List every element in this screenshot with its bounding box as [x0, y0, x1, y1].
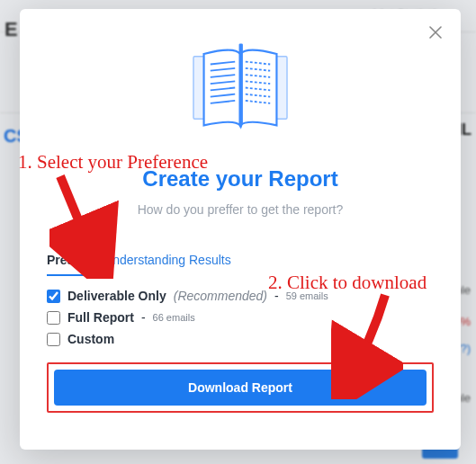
option-custom[interactable]: Custom: [47, 332, 434, 346]
svg-rect-16: [239, 43, 243, 124]
option-reco: (Recommended): [174, 289, 267, 303]
preset-options: Deliverable Only (Recommended) - 59 emai…: [47, 289, 434, 346]
download-report-button[interactable]: Download Report: [54, 370, 427, 406]
create-report-modal: Create your Report How do you preffer to…: [20, 9, 461, 450]
option-count: 66 emails: [153, 312, 195, 323]
presets-header: Presets - Understanding Results: [47, 253, 434, 272]
download-highlight-box: Download Report: [47, 362, 434, 413]
modal-title: Create your Report: [47, 166, 434, 192]
option-name: Deliverable Only: [67, 289, 166, 303]
presets-dash: -: [93, 253, 103, 267]
checkbox-deliverable-only[interactable]: [47, 290, 60, 303]
close-icon[interactable]: [427, 23, 445, 41]
option-full-report[interactable]: Full Report - 66 emails: [47, 310, 434, 325]
option-deliverable-only[interactable]: Deliverable Only (Recommended) - 59 emai…: [47, 289, 434, 303]
option-name: Custom: [67, 332, 114, 346]
option-name: Full Report: [67, 310, 134, 325]
presets-underline: [47, 274, 103, 276]
understanding-results-link[interactable]: Understanding Results: [103, 253, 231, 267]
checkbox-full-report[interactable]: [47, 311, 60, 325]
option-count: 59 emails: [286, 290, 328, 301]
book-report-icon: [47, 36, 434, 139]
modal-subtitle: How do you preffer to get the report?: [47, 202, 434, 217]
presets-label: Presets: [47, 253, 93, 267]
checkbox-custom[interactable]: [47, 333, 60, 346]
